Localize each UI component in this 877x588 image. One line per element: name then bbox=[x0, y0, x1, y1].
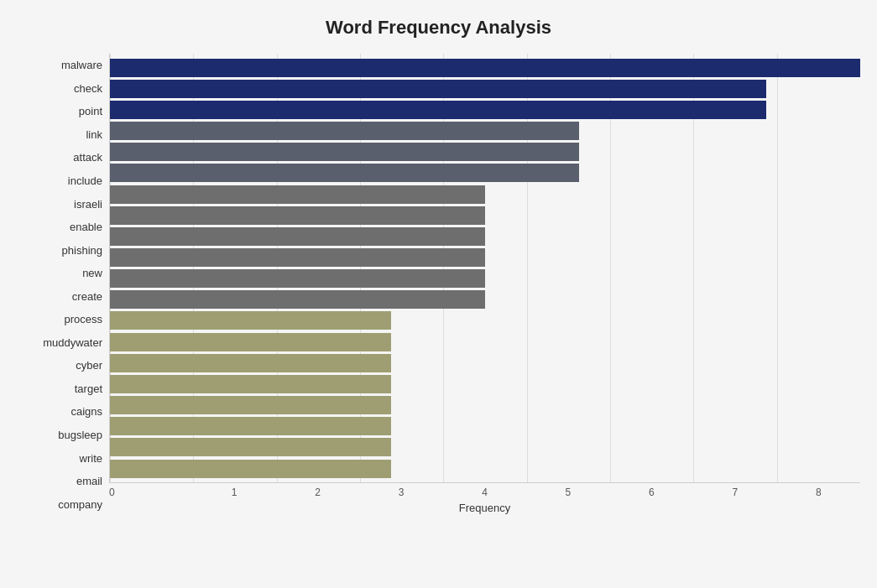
y-label: email bbox=[76, 470, 102, 493]
bar-row bbox=[110, 120, 860, 141]
y-label: malware bbox=[61, 54, 102, 77]
bar bbox=[110, 164, 579, 182]
bar bbox=[110, 417, 391, 435]
y-label: phishing bbox=[62, 238, 102, 262]
bar bbox=[110, 396, 391, 414]
x-tick: 5 bbox=[526, 483, 609, 498]
bar bbox=[110, 143, 579, 161]
bar-row bbox=[110, 142, 860, 163]
bar bbox=[110, 227, 485, 246]
y-label: link bbox=[86, 123, 102, 147]
bars-panel bbox=[109, 54, 860, 482]
bar-row bbox=[110, 437, 860, 458]
x-axis-label: Frequency bbox=[109, 502, 860, 514]
x-tick: 4 bbox=[443, 483, 526, 498]
bar bbox=[110, 101, 766, 119]
bar-row bbox=[110, 458, 860, 479]
chart-title: Word Frequency Analysis bbox=[17, 17, 860, 39]
x-tick: 1 bbox=[192, 483, 275, 498]
bar-row bbox=[110, 289, 860, 310]
y-label: cyber bbox=[76, 354, 102, 377]
y-label: muddywater bbox=[43, 331, 102, 355]
x-tick: 2 bbox=[276, 483, 359, 498]
bar-row bbox=[110, 184, 860, 205]
y-label: include bbox=[68, 169, 102, 193]
x-tick: 3 bbox=[359, 483, 442, 498]
bar-row bbox=[110, 310, 860, 331]
bar bbox=[110, 354, 391, 372]
bar-row bbox=[110, 352, 860, 373]
y-label: enable bbox=[70, 216, 102, 239]
y-label: target bbox=[75, 377, 102, 401]
bar bbox=[110, 185, 485, 204]
bar bbox=[110, 290, 485, 309]
bar-row bbox=[110, 247, 860, 268]
bars-and-xaxis: 012345678 Frequency bbox=[109, 54, 860, 516]
bar bbox=[110, 59, 860, 77]
bars-list bbox=[110, 54, 860, 482]
chart-container: Word Frequency Analysis malwarecheckpoin… bbox=[0, 0, 877, 588]
y-label: point bbox=[79, 100, 102, 123]
bar-row bbox=[110, 226, 860, 247]
x-ticks: 012345678 bbox=[109, 482, 860, 498]
bar bbox=[110, 80, 766, 98]
x-tick: 8 bbox=[777, 483, 860, 498]
bar-row bbox=[110, 331, 860, 352]
y-label: new bbox=[82, 262, 102, 285]
bar bbox=[110, 122, 579, 140]
x-tick: 7 bbox=[693, 483, 776, 498]
bar bbox=[110, 206, 485, 225]
bar-row bbox=[110, 416, 860, 437]
chart-area: malwarecheckpointlinkattackincludeisrael… bbox=[17, 54, 860, 516]
bar bbox=[110, 375, 391, 393]
bar-row bbox=[110, 373, 860, 394]
y-label: company bbox=[58, 492, 102, 516]
x-tick: 6 bbox=[610, 483, 693, 498]
bar bbox=[110, 248, 485, 267]
y-label: write bbox=[80, 446, 102, 470]
y-label: process bbox=[64, 308, 102, 331]
bar-row bbox=[110, 205, 860, 226]
bar-row bbox=[110, 163, 860, 184]
bar bbox=[110, 311, 391, 330]
bar-row bbox=[110, 99, 860, 120]
y-label: bugsleep bbox=[58, 424, 102, 447]
y-labels: malwarecheckpointlinkattackincludeisrael… bbox=[17, 54, 109, 516]
bar-row bbox=[110, 268, 860, 289]
bar-row bbox=[110, 78, 860, 99]
x-tick: 0 bbox=[109, 483, 192, 498]
x-axis: 012345678 Frequency bbox=[109, 482, 860, 516]
y-label: israeli bbox=[74, 192, 102, 216]
bar bbox=[110, 438, 391, 456]
y-label: attack bbox=[73, 146, 102, 169]
y-label: caigns bbox=[70, 400, 102, 424]
bar-row bbox=[110, 395, 860, 416]
y-label: create bbox=[72, 284, 102, 308]
bar bbox=[110, 333, 391, 351]
bar-row bbox=[110, 57, 860, 78]
y-label: check bbox=[74, 77, 102, 101]
bar bbox=[110, 460, 391, 478]
bar bbox=[110, 269, 485, 288]
